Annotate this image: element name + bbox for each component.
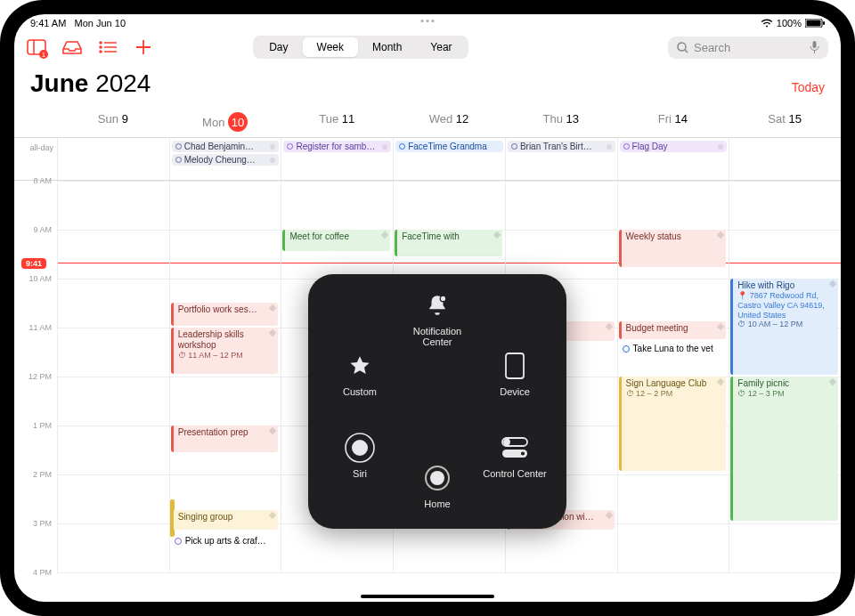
col-mon[interactable]: Portfolio work ses… Leadership skills wo… [169,181,281,572]
allday-event[interactable]: Register for samb… [283,141,391,152]
at-home[interactable]: Home [398,461,476,509]
toggles-icon [498,431,532,465]
search-icon [677,42,688,53]
day-head-wed[interactable]: Wed 12 [393,107,505,137]
event[interactable]: Family picnic⏱ 12 – 3 PM [730,377,838,521]
event-pill[interactable]: Pick up arts & craf… [172,535,278,547]
svg-point-7 [100,46,102,48]
allday-sat[interactable] [729,138,841,180]
month-row: June 2024 Today [14,66,841,107]
allday-row: all-day Chad Benjamin… Melody Cheung… Re… [14,138,841,181]
event[interactable]: Portfolio work ses… [171,303,279,326]
segment-year[interactable]: Year [416,37,466,57]
inbox-icon[interactable] [62,37,82,57]
toolbar: 1 Day Week Month Year Searc [14,28,841,66]
allday-sun[interactable] [57,138,169,180]
at-notification-center[interactable]: Notification Center [398,288,476,347]
svg-point-16 [440,296,446,302]
day-head-mon[interactable]: Mon 10 [169,107,281,137]
at-siri[interactable]: Siri [321,431,399,479]
siri-icon [343,431,377,465]
at-device[interactable]: Device [476,349,554,397]
segment-week[interactable]: Week [303,37,358,57]
add-event-icon[interactable] [134,37,153,57]
svg-point-23 [504,440,509,445]
event[interactable]: Leadership skills workshop⏱ 11 AM – 12 P… [171,328,279,374]
segment-day[interactable]: Day [255,37,302,57]
svg-point-13 [678,43,686,51]
month-heading: June 2024 [30,69,151,98]
today-link[interactable]: Today [792,80,825,94]
svg-point-9 [100,51,102,53]
sidebar-badge: 1 [39,50,48,59]
col-fri[interactable]: Weekly status Budget meeting Take Luna t… [617,181,729,572]
event[interactable]: Singing group [171,510,279,530]
star-icon [343,349,377,383]
event[interactable]: Sign Language Club⏱ 12 – 2 PM [619,377,727,471]
search-placeholder: Search [694,41,730,54]
svg-rect-1 [807,20,821,27]
event[interactable]: Budget meeting [619,321,727,339]
svg-point-25 [520,451,525,457]
status-time: 9:41 AM [30,18,66,28]
event-pill[interactable]: Take Luna to the vet [620,343,726,354]
ipad-frame: 9:41 AM Mon Jun 10 100% 1 [0,0,855,616]
col-sun[interactable] [57,181,169,572]
at-custom[interactable]: Custom [321,349,399,397]
col-sat[interactable]: Hike with Rigo📍 7867 Redwood Rd, Castro … [729,181,841,572]
screen: 9:41 AM Mon Jun 10 100% 1 [14,14,841,602]
bell-icon [420,288,454,322]
assistivetouch-menu: Notification Center Custom Device Siri H… [308,274,566,529]
event[interactable]: Presentation prep [171,426,279,452]
day-head-tue[interactable]: Tue 11 [281,107,393,137]
svg-point-5 [100,42,102,44]
svg-rect-17 [506,353,524,378]
allday-label: all-day [14,138,57,180]
sidebar-toggle-icon[interactable]: 1 [27,37,46,57]
toolbar-left: 1 [27,37,153,57]
allday-wed[interactable]: FaceTime Grandma [393,138,505,180]
wifi-icon [761,19,773,28]
multitask-handle[interactable] [421,20,435,22]
day-head-thu[interactable]: Thu 13 [505,107,617,137]
event[interactable]: Weekly status [619,230,727,267]
home-indicator[interactable] [361,595,494,598]
svg-point-21 [430,471,444,485]
svg-line-14 [685,50,688,53]
battery-pct: 100% [777,18,802,28]
allday-event[interactable]: Brian Tran's Birt… [508,141,615,152]
allday-event[interactable]: Flag Day [620,141,728,152]
device-icon [498,349,532,383]
allday-fri[interactable]: Flag Day [617,138,729,180]
status-right: 100% [761,18,825,28]
status-date: Mon Jun 10 [75,18,126,28]
allday-mon[interactable]: Chad Benjamin… Melody Cheung… [169,138,281,180]
status-left: 9:41 AM Mon Jun 10 [30,18,126,28]
mic-icon[interactable] [810,41,819,53]
battery-icon [805,19,825,28]
allday-thu[interactable]: Brian Tran's Birt… [505,138,617,180]
home-icon [420,461,454,495]
event[interactable]: Hike with Rigo📍 7867 Redwood Rd, Castro … [730,279,838,375]
allday-event[interactable]: Melody Cheung… [172,154,280,166]
svg-point-19 [352,440,368,456]
day-head-sat[interactable]: Sat 15 [729,107,841,137]
allday-event[interactable]: FaceTime Grandma [395,141,503,152]
view-segmented: Day Week Month Year [253,36,468,59]
day-head-sun[interactable]: Sun 9 [57,107,169,137]
day-headers: Sun 9 Mon 10 Tue 11 Wed 12 Thu 13 Fri 14… [14,107,841,138]
svg-rect-15 [812,41,816,48]
now-time-pill: 9:41 [21,258,46,269]
at-control-center[interactable]: Control Center [476,431,554,479]
segment-month[interactable]: Month [358,37,416,57]
day-head-fri[interactable]: Fri 14 [617,107,729,137]
svg-rect-2 [823,21,825,25]
time-gutter: 8 AM 9 AM 10 AM 11 AM 12 PM 1 PM 2 PM 3 … [14,181,57,572]
allday-tue[interactable]: Register for samb… [281,138,393,180]
event[interactable]: Meet for coffee [282,230,390,251]
list-icon[interactable] [98,37,118,57]
event[interactable]: FaceTime with [395,230,502,256]
allday-event[interactable]: Chad Benjamin… [172,141,280,152]
search-field[interactable]: Search [668,36,828,59]
